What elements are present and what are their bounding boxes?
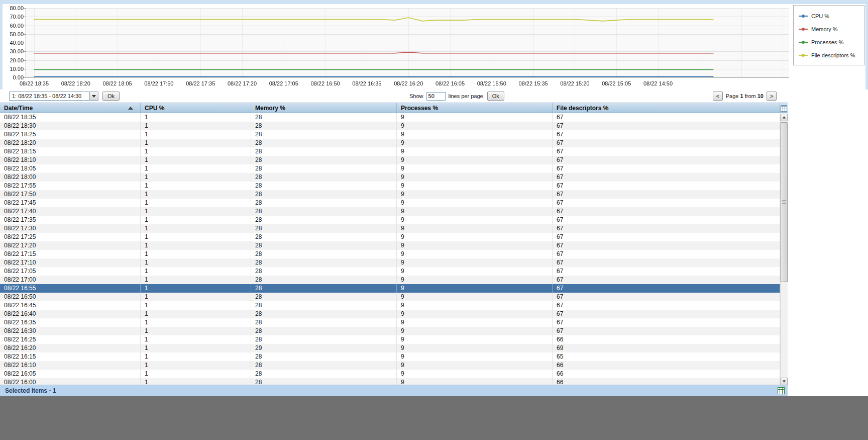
table-cell: 67: [553, 293, 780, 301]
legend-label: Processes %: [811, 39, 843, 45]
table-row[interactable]: 08/22 17:35128967: [0, 216, 780, 224]
table-cell: 67: [553, 199, 780, 207]
table-row[interactable]: 08/22 18:20128967: [0, 139, 780, 147]
table-row[interactable]: 08/22 18:05128967: [0, 164, 780, 173]
table-row[interactable]: 08/22 17:05128967: [0, 267, 780, 276]
table-cell: 9: [397, 293, 553, 301]
table-row[interactable]: 08/22 17:55128967: [0, 182, 780, 190]
table-row[interactable]: 08/22 17:10128967: [0, 258, 780, 267]
table-cell: 08/22 17:15: [0, 250, 141, 258]
table-cell: 67: [553, 122, 780, 130]
status-bar: Selected items - 1: [0, 385, 788, 396]
table-cell: 67: [553, 241, 780, 250]
scroll-down-button[interactable]: [781, 378, 788, 385]
column-header-label: CPU %: [145, 105, 164, 112]
legend-label: Memory %: [811, 26, 838, 32]
table-row[interactable]: 08/22 18:35128967: [0, 113, 780, 122]
legend-item: CPU %: [799, 10, 860, 23]
table-body: 08/22 18:3512896708/22 18:3012896708/22 …: [0, 113, 780, 385]
table-cell: 9: [397, 276, 553, 284]
table-header: Date/TimeCPU %Memory %Processes %File de…: [0, 103, 788, 113]
column-options-button[interactable]: [780, 103, 788, 113]
dropdown-arrow-icon: [92, 95, 96, 98]
table-cell: 08/22 18:35: [0, 113, 141, 122]
table-cell: 28: [251, 327, 397, 335]
lines-per-page-input[interactable]: [426, 92, 446, 101]
table-row[interactable]: 08/22 17:15128967: [0, 250, 780, 258]
column-header-cpu[interactable]: CPU %: [141, 103, 251, 113]
table-cell: 28: [251, 113, 397, 122]
table-row[interactable]: 08/22 16:00128966: [0, 378, 780, 385]
table-row[interactable]: 08/22 17:30128967: [0, 224, 780, 233]
page-indicator: Page 1 from 10: [726, 93, 764, 99]
table-cell: 28: [251, 156, 397, 164]
sort-ascending-icon: [128, 107, 133, 110]
table-row[interactable]: 08/22 17:25128967: [0, 233, 780, 241]
time-range-select[interactable]: 1: 08/22 18:35 - 08/22 14:30: [9, 92, 98, 101]
table-row[interactable]: 08/22 17:40128967: [0, 207, 780, 216]
range-ok-button[interactable]: Ok: [102, 92, 120, 101]
column-header-label: Memory %: [255, 105, 285, 112]
column-header-date-time[interactable]: Date/Time: [0, 103, 141, 113]
table-row[interactable]: 08/22 16:55128967: [0, 284, 780, 293]
table-row[interactable]: 08/22 16:40128967: [0, 310, 780, 318]
table-cell: 1: [141, 173, 251, 182]
column-header-memory[interactable]: Memory %: [251, 103, 397, 113]
table-row[interactable]: 08/22 16:20129969: [0, 344, 780, 353]
column-header-label: File descriptors %: [557, 105, 608, 112]
table-row[interactable]: 08/22 17:45128967: [0, 199, 780, 207]
table-row[interactable]: 08/22 16:10128966: [0, 361, 780, 370]
table-cell: 1: [141, 353, 251, 361]
chevron-down-icon[interactable]: [89, 92, 98, 100]
table-row[interactable]: 08/22 18:10128967: [0, 156, 780, 164]
table-row[interactable]: 08/22 16:25128966: [0, 335, 780, 344]
table-row[interactable]: 08/22 17:20128967: [0, 241, 780, 250]
next-page-button[interactable]: >: [767, 92, 777, 101]
table-row[interactable]: 08/22 17:00128967: [0, 276, 780, 284]
table-cell: 65: [553, 353, 780, 361]
table-cell: 1: [141, 301, 251, 310]
table-cell: 9: [397, 301, 553, 310]
table-row[interactable]: 08/22 16:05128966: [0, 370, 780, 378]
prev-page-button[interactable]: <: [713, 92, 723, 101]
table-cell: 66: [553, 370, 780, 378]
vertical-scrollbar[interactable]: [780, 114, 788, 385]
table-cell: 9: [397, 224, 553, 233]
table-cell: 9: [397, 284, 553, 293]
legend-marker-icon: [799, 42, 808, 43]
legend-item: Processes %: [799, 36, 860, 49]
lines-ok-button[interactable]: Ok: [487, 92, 504, 101]
table-cell: 28: [251, 267, 397, 276]
table-row[interactable]: 08/22 17:50128967: [0, 190, 780, 199]
scrollbar-thumb[interactable]: [781, 122, 788, 282]
table-cell: 1: [141, 310, 251, 318]
total-pages: 10: [757, 93, 764, 99]
table-cell: 67: [553, 207, 780, 216]
table-cell: 1: [141, 327, 251, 335]
table-row[interactable]: 08/22 18:15128967: [0, 147, 780, 156]
table-row[interactable]: 08/22 18:00128967: [0, 173, 780, 182]
table-row[interactable]: 08/22 16:30128967: [0, 327, 780, 335]
table-row[interactable]: 08/22 18:25128967: [0, 130, 780, 139]
column-header-file-descriptors[interactable]: File descriptors %: [553, 103, 780, 113]
legend-marker-icon: [799, 29, 808, 30]
table-row[interactable]: 08/22 18:30128967: [0, 122, 780, 130]
export-icon[interactable]: [778, 387, 785, 394]
table-row[interactable]: 08/22 16:45128967: [0, 301, 780, 310]
column-header-processes[interactable]: Processes %: [397, 103, 553, 113]
table-cell: 28: [251, 378, 397, 385]
table-cell: 1: [141, 258, 251, 267]
table-row[interactable]: 08/22 16:15128965: [0, 353, 780, 361]
table-cell: 9: [397, 327, 553, 335]
table-row[interactable]: 08/22 16:35128967: [0, 318, 780, 327]
table-cell: 08/22 17:40: [0, 207, 141, 216]
table-cell: 67: [553, 284, 780, 293]
legend-dot-icon: [802, 54, 805, 57]
scroll-up-button[interactable]: [781, 114, 788, 121]
table-cell: 67: [553, 318, 780, 327]
chart-canvas: [3, 4, 794, 90]
table-row[interactable]: 08/22 16:50128967: [0, 293, 780, 301]
table-cell: 1: [141, 156, 251, 164]
table-cell: 28: [251, 361, 397, 370]
table-cell: 9: [397, 310, 553, 318]
